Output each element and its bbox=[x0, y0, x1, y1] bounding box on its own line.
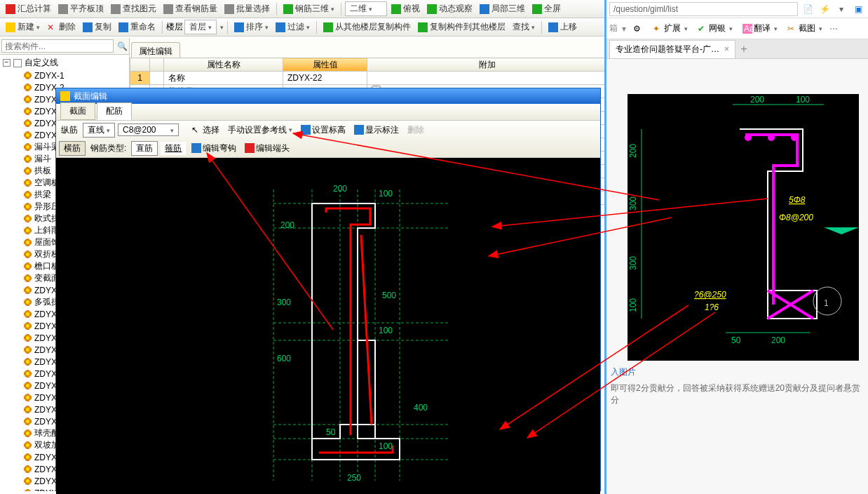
transverse-button[interactable]: 横筋 bbox=[59, 141, 86, 156]
copy-to-floor-button[interactable]: 复制构件到其他楼层 bbox=[415, 20, 508, 34]
flash-icon[interactable]: ⚡ bbox=[818, 2, 832, 16]
ext-translate[interactable]: Aa翻译▾ bbox=[740, 21, 780, 36]
show-annotation-button[interactable]: 显示标注 bbox=[351, 124, 402, 137]
svg-text:200: 200 bbox=[280, 220, 294, 230]
gear-icon bbox=[24, 239, 32, 246]
gear-icon bbox=[24, 346, 32, 354]
folder-icon bbox=[13, 59, 22, 67]
edit-hook-button[interactable]: 编辑弯钩 bbox=[189, 142, 239, 155]
url-field[interactable]: /question/giml/list bbox=[609, 2, 798, 16]
down-icon[interactable]: ▾ bbox=[834, 2, 848, 16]
tree-root[interactable]: − 自定义线 bbox=[0, 56, 129, 69]
extensions-toolbar: 箱▾ ⚙ ✦扩展▾ ✔网银▾ Aa翻译▾ ✂截图▾ ⋯ bbox=[606, 18, 868, 39]
view-combo[interactable]: 二维▾ bbox=[345, 1, 387, 16]
copy-button[interactable]: 复制 bbox=[80, 20, 114, 34]
tree-item-label: 拱梁 bbox=[34, 189, 51, 201]
svg-text:50: 50 bbox=[731, 335, 741, 345]
tab-section[interactable]: 截面 bbox=[60, 102, 95, 120]
rename-button[interactable]: 重命名 bbox=[116, 20, 158, 34]
gear-icon bbox=[24, 418, 32, 425]
svg-text:100: 100 bbox=[628, 298, 638, 312]
gear-icon bbox=[24, 251, 32, 258]
svg-text:300: 300 bbox=[277, 298, 291, 307]
sum-calc-button[interactable]: 汇总计算 bbox=[3, 1, 54, 16]
window-icon[interactable]: ▣ bbox=[851, 2, 865, 16]
end-icon bbox=[245, 143, 255, 153]
svg-text:600: 600 bbox=[277, 354, 291, 363]
top-view-button[interactable]: 俯视 bbox=[388, 1, 423, 16]
floor-extra-dropdown[interactable]: ▾ bbox=[220, 24, 224, 31]
find-elem-button[interactable]: 查找图元 bbox=[108, 1, 159, 16]
select-button[interactable]: ↖选择 bbox=[189, 124, 222, 137]
search-input[interactable] bbox=[1, 39, 114, 53]
svg-text:200: 200 bbox=[750, 95, 764, 105]
local-3d-button[interactable]: 局部三维 bbox=[477, 1, 528, 16]
tab-rebar[interactable]: 配筋 bbox=[97, 102, 132, 120]
svg-text:100: 100 bbox=[379, 189, 393, 199]
new-tab-button[interactable]: + bbox=[735, 43, 752, 55]
delete-button[interactable]: ✕删除 bbox=[44, 20, 79, 34]
section-canvas[interactable]: 200 100 200 500 300 600 100 400 50 100 2… bbox=[56, 158, 600, 494]
gear-icon bbox=[24, 453, 32, 461]
tree-root-label: 自定义线 bbox=[25, 57, 58, 69]
row-number: 1 bbox=[130, 72, 150, 85]
section-editor-tabs: 截面 配筋 bbox=[56, 104, 600, 121]
rebar-3d-button[interactable]: 钢筋三维▾ bbox=[280, 1, 337, 16]
browser-panel: /question/giml/list 📄 ⚡ ▾ ▣ 箱▾ ⚙ ✦扩展▾ ✔网… bbox=[604, 0, 868, 494]
orbit-button[interactable]: 动态观察 bbox=[424, 1, 475, 16]
new-button[interactable]: 新建▾ bbox=[3, 20, 43, 34]
gear-icon bbox=[24, 370, 32, 378]
shape-combo[interactable]: 直线▾ bbox=[83, 123, 115, 138]
fullscreen-button[interactable]: 全屏 bbox=[529, 1, 564, 16]
grid-header-value: 属性值 bbox=[283, 58, 367, 72]
svg-point-43 bbox=[792, 135, 796, 140]
batch-select-button[interactable]: 批量选择 bbox=[222, 1, 273, 16]
floor-combo[interactable]: 首层▾ bbox=[184, 20, 217, 34]
manual-refline-button[interactable]: 手动设置参考线▾ bbox=[225, 124, 295, 137]
section-editor-titlebar[interactable]: 截面编辑 bbox=[56, 88, 600, 104]
find-button[interactable]: 查找▾ bbox=[510, 20, 538, 34]
tab-title: 专业造价问题答疑平台-广联达 bbox=[616, 44, 720, 55]
grid-row[interactable]: 1名称ZDYX-22 bbox=[130, 72, 608, 85]
gear-icon bbox=[24, 334, 32, 342]
gear-icon bbox=[24, 107, 32, 115]
filter-button[interactable]: 过滤▾ bbox=[273, 20, 313, 34]
section-editor-toolbar: 纵筋 直线▾ C8@200▾ ↖选择 手动设置参考线▾ 设置标高 显示标注 删除… bbox=[56, 121, 600, 158]
svg-text:1?6: 1?6 bbox=[705, 302, 719, 312]
collapse-icon[interactable]: − bbox=[3, 59, 11, 67]
sort-button[interactable]: 排序▾ bbox=[231, 20, 271, 34]
expand-toggle bbox=[150, 72, 164, 85]
edit-end-button[interactable]: 编辑端头 bbox=[242, 142, 292, 155]
gear-icon bbox=[24, 262, 32, 270]
rebar-spec-combo[interactable]: C8@200▾ bbox=[118, 124, 179, 136]
search-button[interactable]: 🔍 bbox=[115, 38, 129, 54]
move-up-button[interactable]: 上移 bbox=[545, 20, 580, 34]
align-top-button[interactable]: 平齐板顶 bbox=[55, 1, 107, 16]
svg-text:200: 200 bbox=[771, 335, 785, 345]
view-rebar-button[interactable]: 查看钢筋量 bbox=[161, 1, 220, 16]
straight-rebar-button[interactable]: 直筋 bbox=[131, 141, 158, 156]
gear-icon bbox=[24, 131, 32, 139]
ext-expand[interactable]: ✦扩展▾ bbox=[650, 21, 691, 36]
hook-icon bbox=[191, 143, 201, 153]
tab-close-icon[interactable]: × bbox=[724, 44, 729, 54]
browser-tab[interactable]: 专业造价问题答疑平台-广联达 × bbox=[609, 40, 735, 58]
copy-from-floor-button[interactable]: 从其他楼层复制构件 bbox=[320, 20, 414, 34]
prop-extra[interactable] bbox=[367, 72, 608, 85]
ext-screenshot[interactable]: ✂截图▾ bbox=[785, 21, 825, 36]
delete-rebar-button: 删除 bbox=[405, 124, 427, 137]
compat-icon[interactable]: 📄 bbox=[801, 2, 815, 16]
tree-item[interactable]: ZDYX-1 bbox=[0, 69, 129, 81]
svg-text:100: 100 bbox=[796, 95, 810, 105]
grid-header-extra: 附加 bbox=[367, 58, 608, 72]
ext-settings[interactable]: ⚙ bbox=[630, 22, 646, 35]
svg-text:1: 1 bbox=[824, 298, 829, 308]
prop-value[interactable]: ZDYX-22 bbox=[283, 72, 367, 85]
svg-text:100: 100 bbox=[379, 326, 393, 335]
stirrup-button[interactable]: 箍筋 bbox=[161, 142, 186, 155]
gear-icon bbox=[24, 465, 32, 473]
gear-icon bbox=[24, 382, 32, 389]
ext-more[interactable]: ⋯ bbox=[829, 24, 838, 34]
set-elevation-button[interactable]: 设置标高 bbox=[298, 124, 348, 137]
ext-bank[interactable]: ✔网银▾ bbox=[695, 21, 735, 36]
